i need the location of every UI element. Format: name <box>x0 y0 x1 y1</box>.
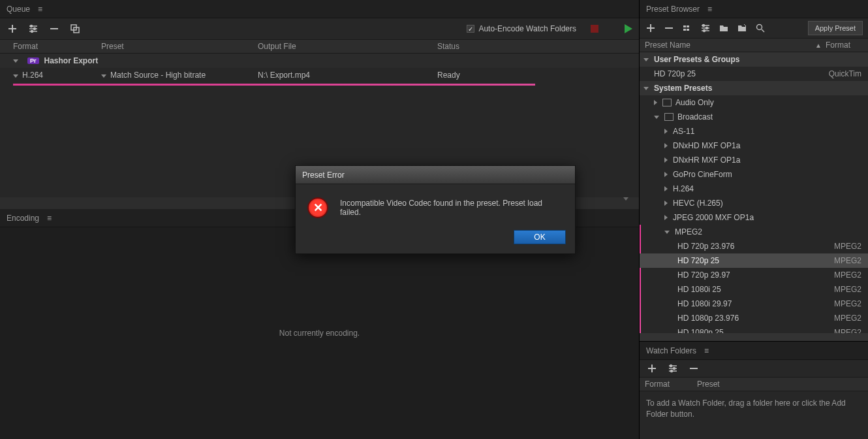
svg-rect-5 <box>683 25 686 27</box>
preset-item[interactable]: HD 1080i 29.97MPEG2 <box>640 297 868 311</box>
search-icon[interactable] <box>754 22 766 34</box>
delete-preset-button[interactable] <box>663 22 675 34</box>
start-queue-button[interactable] <box>625 24 632 33</box>
preset-subgroup[interactable]: DNxHD MXF OP1a <box>640 138 868 153</box>
encoding-status: Not currently encoding. <box>279 329 360 338</box>
chevron-down-icon[interactable] <box>623 197 628 201</box>
preset-group-broadcast[interactable]: Broadcast <box>640 110 868 124</box>
svg-point-1 <box>34 28 36 30</box>
preset-item[interactable]: HD 720p 25MPEG2 <box>640 253 868 268</box>
encoding-menu-icon[interactable]: ≡ <box>47 214 52 223</box>
add-watch-folder-button[interactable] <box>646 363 658 374</box>
queue-group-row[interactable]: Pr Hashor Export <box>0 54 639 68</box>
preset-tree[interactable]: User Presets & GroupsHD 720p 25QuickTimS… <box>640 52 868 333</box>
preset-browser-menu-icon[interactable]: ≡ <box>707 5 712 14</box>
watch-folders-panel: Watch Folders ≡ Format Preset To add a W… <box>640 341 868 439</box>
preset-browser-panel: Preset Browser ≡ Apply Preset Preset Nam… <box>640 0 868 341</box>
preset-subgroup-mpeg2[interactable]: MPEG2 <box>640 225 868 239</box>
stop-queue-button[interactable] <box>591 25 598 33</box>
dialog-ok-button[interactable]: OK <box>514 230 566 244</box>
svg-rect-6 <box>687 25 689 27</box>
chevron-down-icon <box>13 59 18 63</box>
remove-button[interactable] <box>48 23 60 35</box>
preset-col-format[interactable]: Format <box>826 41 868 50</box>
preset-item[interactable]: HD 1080p 23.976MPEG2 <box>640 311 868 325</box>
preset-item[interactable]: HD 1080p 25MPEG2 <box>640 325 868 333</box>
add-source-button[interactable] <box>7 23 18 35</box>
auto-encode-checkbox[interactable]: ✓ Auto-Encode Watch Folders <box>467 24 576 33</box>
dialog-titlebar[interactable]: Preset Error <box>296 166 575 184</box>
error-icon: ✕ <box>307 197 328 218</box>
preset-subgroup[interactable]: JPEG 2000 MXF OP1a <box>640 210 868 225</box>
svg-rect-7 <box>683 29 686 31</box>
preset-subgroup[interactable]: GoPro CineForm <box>640 167 868 182</box>
svg-point-2 <box>31 31 33 33</box>
queue-col-format[interactable]: Format <box>13 42 101 51</box>
remove-watch-folder-button[interactable] <box>688 363 700 374</box>
preset-group-audio-only[interactable]: Audio Only <box>640 95 868 110</box>
user-presets-section[interactable]: User Presets & Groups <box>640 52 868 67</box>
new-preset-button[interactable] <box>645 22 657 34</box>
queue-toolbar: ✓ Auto-Encode Watch Folders <box>0 18 639 39</box>
premiere-badge: Pr <box>27 57 39 64</box>
svg-point-14 <box>674 368 675 370</box>
queue-col-status[interactable]: Status <box>437 42 529 51</box>
preset-item[interactable]: HD 720p 23.976MPEG2 <box>640 239 868 253</box>
svg-point-10 <box>706 27 708 29</box>
chevron-down-icon <box>13 74 18 78</box>
duplicate-button[interactable] <box>69 23 81 35</box>
queue-item-row[interactable]: H.264 Match Source - High bitrate N:\ Ex… <box>0 68 639 82</box>
new-group-button[interactable] <box>681 22 693 34</box>
svg-point-9 <box>703 25 705 27</box>
encoding-title: Encoding <box>7 214 39 223</box>
annotation-mark <box>13 84 535 86</box>
queue-title: Queue <box>7 5 30 14</box>
svg-point-13 <box>670 365 672 367</box>
watch-folders-hint: To add a Watch Folder, drag a folder her… <box>646 398 846 419</box>
svg-point-0 <box>31 25 33 27</box>
svg-point-12 <box>757 25 762 30</box>
preset-subgroup[interactable]: HEVC (H.265) <box>640 196 868 210</box>
queue-col-preset[interactable]: Preset <box>101 42 258 51</box>
svg-point-15 <box>671 370 673 372</box>
preset-error-dialog: Preset Error ✕ Incompatible Video Codec … <box>295 165 576 254</box>
queue-col-output[interactable]: Output File <box>258 42 437 51</box>
chevron-down-icon <box>101 74 106 78</box>
sort-indicator-icon: ▲ <box>815 42 822 49</box>
import-preset-button[interactable] <box>718 22 730 34</box>
preset-subgroup[interactable]: H.264 <box>640 182 868 196</box>
watch-folder-settings-button[interactable] <box>667 363 679 374</box>
watch-col-format[interactable]: Format <box>645 380 697 389</box>
apply-preset-button[interactable]: Apply Preset <box>808 21 863 35</box>
preset-browser-toolbar: Apply Preset <box>640 18 868 38</box>
preset-subgroup[interactable]: DNxHR MXF OP1a <box>640 153 868 167</box>
watch-col-preset[interactable]: Preset <box>697 380 720 389</box>
preset-subgroup[interactable]: AS-11 <box>640 124 868 138</box>
system-presets-section[interactable]: System Presets <box>640 81 868 95</box>
watch-folders-menu-icon[interactable]: ≡ <box>704 346 709 355</box>
queue-menu-icon[interactable]: ≡ <box>38 5 42 14</box>
dialog-message: Incompatible Video Codec found in the pr… <box>340 199 563 217</box>
preset-col-name[interactable]: Preset Name <box>645 41 690 50</box>
horizontal-scrollbar[interactable] <box>640 333 868 341</box>
svg-point-11 <box>704 30 705 32</box>
preset-settings-button[interactable] <box>700 22 711 34</box>
preset-item[interactable]: HD 720p 29.97MPEG2 <box>640 268 868 282</box>
settings-icon[interactable] <box>27 23 39 35</box>
export-preset-button[interactable] <box>736 22 748 34</box>
preset-item[interactable]: HD 1080i 25MPEG2 <box>640 282 868 297</box>
watch-folders-title: Watch Folders <box>646 346 696 355</box>
svg-rect-8 <box>687 29 689 31</box>
preset-item[interactable]: HD 720p 25QuickTim <box>640 67 868 81</box>
preset-browser-title: Preset Browser <box>646 5 700 14</box>
